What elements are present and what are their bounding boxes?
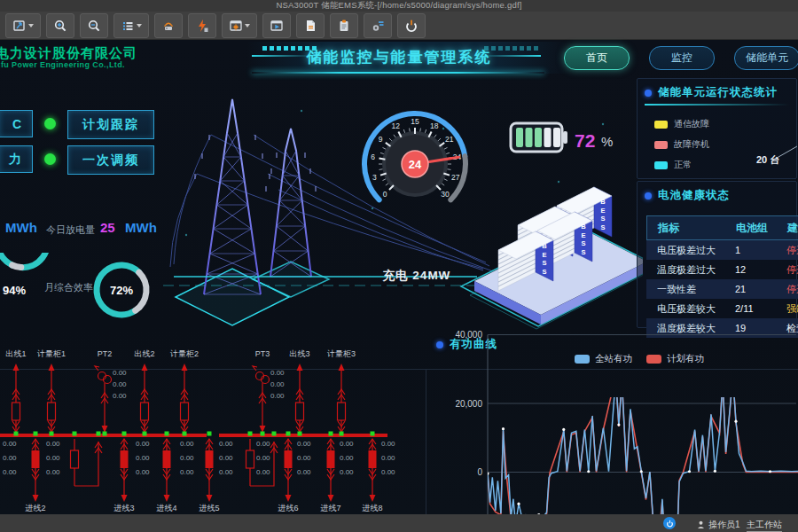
document-icon bbox=[303, 19, 317, 33]
svg-text:0.00: 0.00 bbox=[219, 440, 233, 448]
nav-item[interactable]: 储能单元 bbox=[734, 46, 798, 70]
svg-text:0.00: 0.00 bbox=[3, 468, 17, 476]
zoom-in-button[interactable] bbox=[46, 13, 74, 38]
svg-text:0: 0 bbox=[383, 190, 387, 199]
svg-text:0.00: 0.00 bbox=[136, 454, 150, 462]
tower-platforms bbox=[176, 262, 329, 325]
zoom-out-button[interactable] bbox=[80, 13, 108, 38]
legend-swatch bbox=[654, 161, 668, 169]
nav-item[interactable]: 监控 bbox=[649, 46, 715, 70]
table-row[interactable]: 电压极差较大2/11强制 bbox=[646, 299, 798, 318]
svg-text:PT2: PT2 bbox=[98, 349, 113, 358]
count-cell: 2/11 bbox=[735, 303, 786, 314]
status-dot-freq bbox=[44, 153, 56, 165]
legend-item: 故障停机 bbox=[654, 138, 709, 151]
freq-regulation-button[interactable]: 一次调频 bbox=[67, 145, 154, 175]
svg-text:0.00: 0.00 bbox=[297, 440, 311, 448]
svg-text:30: 30 bbox=[441, 190, 450, 199]
battery-icon bbox=[508, 118, 572, 157]
bess-label: BESS bbox=[600, 198, 606, 231]
svg-text:0.00: 0.00 bbox=[297, 468, 311, 476]
svg-text:0.00: 0.00 bbox=[180, 440, 194, 448]
dashboard: 电力设计股份有限公司 gfu Power Engineering Co.,Ltd… bbox=[0, 40, 798, 514]
svg-text:3: 3 bbox=[372, 173, 377, 182]
power-flash-icon bbox=[195, 19, 209, 33]
battery-health-panel: 电池健康状态 指标电池组建议电压极差过大1停运温度极差过大12停运一致性差21停… bbox=[637, 181, 797, 328]
legend-item: 正常 bbox=[654, 159, 709, 171]
gauge-value: 24 bbox=[409, 158, 422, 171]
svg-text:0.00: 0.00 bbox=[113, 392, 127, 400]
window-play-button[interactable] bbox=[262, 13, 291, 38]
svg-text:0.00: 0.00 bbox=[270, 369, 285, 377]
display-list-icon bbox=[121, 19, 135, 33]
workstation-link[interactable]: 主工作站 bbox=[747, 519, 782, 532]
svg-text:0.00: 0.00 bbox=[46, 454, 60, 462]
svg-text:0.00: 0.00 bbox=[381, 454, 395, 462]
bess-label: BESS bbox=[542, 242, 547, 276]
settings-icon bbox=[371, 19, 385, 33]
battery-value: 72 bbox=[575, 130, 595, 152]
comm-router-icon bbox=[161, 19, 176, 33]
svg-text:0.00: 0.00 bbox=[113, 380, 127, 388]
table-row[interactable]: 电压极差过大1停运 bbox=[646, 240, 798, 260]
svg-text:0.00: 0.00 bbox=[256, 454, 270, 462]
power-gauge: 036912151821242730 24 bbox=[350, 105, 483, 229]
svg-text:PT3: PT3 bbox=[255, 349, 270, 358]
svg-text:出线1: 出线1 bbox=[5, 349, 26, 358]
table-row[interactable]: 温度极差过大12停运 bbox=[646, 260, 798, 279]
document-button[interactable] bbox=[296, 13, 325, 38]
efficiency-label: 月综合效率 bbox=[44, 281, 93, 294]
operator-name: 操作员1 bbox=[708, 519, 740, 531]
gauge-right-value: 72% bbox=[110, 284, 133, 297]
metric-cell: 电压极差过大 bbox=[657, 244, 735, 257]
power-button[interactable] bbox=[397, 13, 426, 38]
svg-text:进线6: 进线6 bbox=[278, 504, 298, 512]
table-row[interactable]: 一致性差21停运 bbox=[646, 279, 798, 299]
legend-label: 故障停机 bbox=[674, 138, 709, 151]
svg-text:21: 21 bbox=[445, 135, 454, 144]
svg-text:0.00: 0.00 bbox=[270, 392, 285, 400]
company-name-cn: 电力设计股份有限公司 bbox=[0, 46, 137, 61]
nav-item[interactable]: 首页 bbox=[564, 46, 630, 70]
output-button[interactable]: 力 bbox=[0, 145, 33, 173]
session-button[interactable] bbox=[663, 517, 676, 529]
status-dot-plan bbox=[44, 118, 56, 129]
window-sun-button[interactable] bbox=[222, 13, 257, 38]
energy-unit-right: MWh bbox=[125, 220, 157, 235]
page-title: 储能监控与能量管理系统 bbox=[293, 47, 505, 67]
action-cell: 停运 bbox=[786, 283, 798, 296]
power-flash-button[interactable] bbox=[188, 13, 216, 38]
panel-bullet bbox=[645, 192, 652, 200]
action-cell: 强制 bbox=[786, 302, 798, 316]
status-legend: 通信故障故障停机正常 bbox=[654, 118, 709, 171]
svg-text:0.00: 0.00 bbox=[219, 468, 233, 476]
svg-text:0.00: 0.00 bbox=[219, 454, 233, 462]
power-small-icon bbox=[666, 520, 674, 528]
ems-window: NSA3000T 储能EMS系统-[/home/s5000/diagram/sy… bbox=[0, 0, 798, 532]
agc-button[interactable]: C bbox=[0, 110, 33, 137]
svg-text:0.00: 0.00 bbox=[136, 440, 150, 448]
fullscreen-button[interactable] bbox=[5, 13, 41, 38]
unit-status-panel: 储能单元运行状态统计 通信故障故障停机正常 20 台 bbox=[637, 78, 797, 179]
display-list-button[interactable] bbox=[113, 13, 149, 38]
svg-text:27: 27 bbox=[451, 173, 460, 182]
operator-info: 操作员1 bbox=[697, 519, 740, 531]
svg-text:0.00: 0.00 bbox=[113, 369, 127, 377]
user-icon bbox=[697, 520, 705, 529]
svg-text:40,000: 40,000 bbox=[455, 330, 482, 340]
settings-button[interactable] bbox=[364, 13, 392, 38]
svg-text:0.00: 0.00 bbox=[136, 468, 150, 476]
comm-router-button[interactable] bbox=[154, 13, 183, 38]
svg-text:0.00: 0.00 bbox=[256, 468, 270, 476]
svg-text:18: 18 bbox=[430, 121, 439, 130]
clipboard-button[interactable] bbox=[330, 13, 358, 38]
dropdown-caret bbox=[137, 24, 142, 27]
metric-cell: 一致性差 bbox=[657, 283, 735, 296]
column-header: 电池组 bbox=[736, 221, 787, 236]
svg-text:20,000: 20,000 bbox=[455, 399, 482, 409]
svg-text:0.00: 0.00 bbox=[256, 440, 270, 448]
panel-bullet bbox=[645, 90, 652, 97]
plan-track-button[interactable]: 计划跟踪 bbox=[67, 110, 154, 139]
window-play-icon bbox=[270, 19, 284, 33]
svg-text:进线4: 进线4 bbox=[156, 504, 176, 512]
